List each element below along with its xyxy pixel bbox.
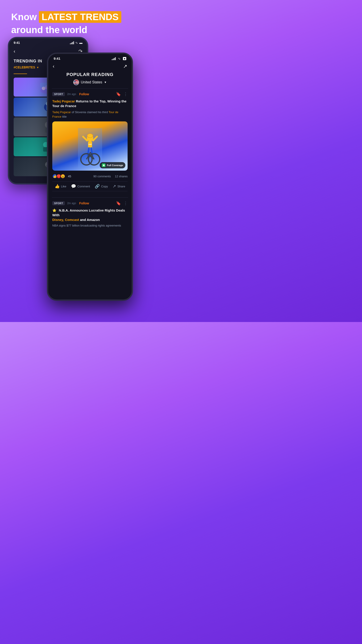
hero-section: Know LATEST TRENDS around the world xyxy=(11,11,121,35)
full-coverage-button[interactable]: ▦ Full Coverage xyxy=(100,162,125,168)
article-2-desc: NBA signs $77 billion broadcasting right… xyxy=(52,224,128,227)
article-1-desc-author: Tadej Pogacar xyxy=(52,110,71,114)
status-icons-front: ∿ ■ xyxy=(112,57,126,60)
bookmark-icon-2[interactable]: 🔖 xyxy=(116,201,121,206)
sport-badge-1: SPORT xyxy=(52,92,65,96)
hero-highlight-label: LATEST TRENDS xyxy=(39,11,121,23)
like-label: Like xyxy=(61,185,66,188)
article-1-image: UAE ▦ Full Coverage xyxy=(52,122,128,170)
copy-button[interactable]: 🔗 Copy xyxy=(95,184,108,189)
article-1-desc-end: title xyxy=(62,115,67,118)
comment-label: Comment xyxy=(77,185,90,188)
article-2-title: ⭐ N.B.A. Announces Lucrative Rights Deal… xyxy=(52,208,128,222)
follow-button-1[interactable]: Follow xyxy=(79,92,89,96)
battery-icon: ▬ xyxy=(79,41,82,44)
location-row[interactable]: 🇺🇸 United States ▼ xyxy=(48,80,132,88)
article-1-time: 2m ago xyxy=(67,92,76,96)
time-front: 9:41 xyxy=(54,56,60,60)
wow-reaction: 😮 xyxy=(60,174,65,179)
svg-point-20 xyxy=(87,134,93,138)
more-options-icon-1[interactable]: ⋮ xyxy=(124,92,128,96)
shares-count-1: 12 shares xyxy=(115,175,128,178)
back-arrow-icon[interactable]: ‹ xyxy=(14,48,15,54)
signal-icon xyxy=(70,41,74,44)
article-2-author-icon: ⭐ xyxy=(52,208,56,212)
article-card-1: SPORT 2m ago Follow 🔖 ⋮ Tadej Pogacar Re… xyxy=(48,88,132,198)
article-1-actions: 🔖 ⋮ xyxy=(116,92,128,96)
more-options-icon-2[interactable]: ⋮ xyxy=(124,201,128,206)
full-coverage-icon: ▦ xyxy=(102,164,105,167)
action-row-1: 👍 Like 💬 Comment 🔗 Copy ↗ Share xyxy=(52,181,128,191)
location-name: United States xyxy=(81,80,102,84)
article-2-title-line2: and Amazon xyxy=(80,218,100,222)
hero-subtitle: around the world xyxy=(11,24,121,35)
svg-text:UAE: UAE xyxy=(88,143,92,145)
article-1-title: Tadej Pogacar Returns to the Top, Winnin… xyxy=(52,99,128,108)
article-1-desc: Tadej Pogacar of Slovenia claimed his th… xyxy=(52,110,128,119)
thumbsup-icon: 👍 xyxy=(55,184,60,189)
wifi-front-icon: ∿ xyxy=(118,57,121,60)
article-2-time: 2m ago xyxy=(67,202,76,205)
share-action-icon: ↗ xyxy=(113,184,116,189)
us-flag-icon: 🇺🇸 xyxy=(73,80,79,85)
battery-front-icon: ■ xyxy=(123,57,126,60)
comments-count-1: 90 comments xyxy=(93,175,111,178)
article-card-2: SPORT 2m ago Follow 🔖 ⋮ ⭐ N.B.A. Announc… xyxy=(48,198,132,230)
comment-icon: 💬 xyxy=(71,184,76,189)
status-bar-front: 9:41 ∿ ■ xyxy=(48,54,132,62)
article-2-actions: 🔖 ⋮ xyxy=(116,201,128,206)
copy-label: Copy xyxy=(101,185,108,188)
trending-divider xyxy=(14,74,27,74)
page-title: POPULAR READING xyxy=(48,72,132,80)
article-2-title-orange: Disney, Comcast xyxy=(52,218,79,222)
article-1-meta: SPORT 2m ago Follow 🔖 ⋮ xyxy=(52,92,128,96)
sport-badge-2: SPORT xyxy=(52,201,65,205)
copy-icon: 🔗 xyxy=(95,184,100,189)
hero-know-label: Know xyxy=(11,12,37,22)
hashtag-dropdown[interactable]: ▼ xyxy=(36,66,39,69)
location-dropdown-icon[interactable]: ▼ xyxy=(104,81,107,84)
article-2-meta: SPORT 2m ago Follow 🔖 ⋮ xyxy=(52,201,128,206)
share-action-label: Share xyxy=(117,185,125,188)
wifi-icon: ∿ xyxy=(75,41,78,44)
reaction-count-1: 45 xyxy=(68,175,71,178)
phone-front: 9:41 ∿ ■ ‹ ↗ POPULAR READING 🇺🇸 United S… xyxy=(47,52,133,301)
author-name-1: Tadej Pogacar xyxy=(52,99,75,103)
share-button-front[interactable]: ↗ xyxy=(123,64,127,69)
signal-bars-icon xyxy=(112,57,116,60)
like-button[interactable]: 👍 Like xyxy=(55,184,66,189)
status-bar-back: 9:41 ∿ ▬ xyxy=(9,38,87,46)
share-action-button[interactable]: ↗ Share xyxy=(113,184,125,189)
comment-button[interactable]: 💬 Comment xyxy=(71,184,90,189)
follow-button-2[interactable]: Follow xyxy=(79,202,89,205)
top-nav-front: ‹ ↗ xyxy=(48,62,132,72)
full-coverage-label: Full Coverage xyxy=(107,164,123,166)
reaction-icons-1: 👍 ❤️ 😮 xyxy=(52,174,65,179)
cyclist-svg: UAE xyxy=(77,128,103,168)
back-arrow-front-icon[interactable]: ‹ xyxy=(53,64,54,69)
article-2-title-line1: N.B.A. Announces Lucrative Rights Deals … xyxy=(52,208,125,217)
time-back: 9:41 xyxy=(14,41,20,44)
status-icons-back: ∿ ▬ xyxy=(70,41,82,44)
article-1-desc-rest: of Slovenia claimed his third xyxy=(72,110,109,114)
bookmark-icon-1[interactable]: 🔖 xyxy=(116,92,121,96)
engagement-row-1: 👍 ❤️ 😮 45 90 comments 12 shares xyxy=(52,174,128,179)
